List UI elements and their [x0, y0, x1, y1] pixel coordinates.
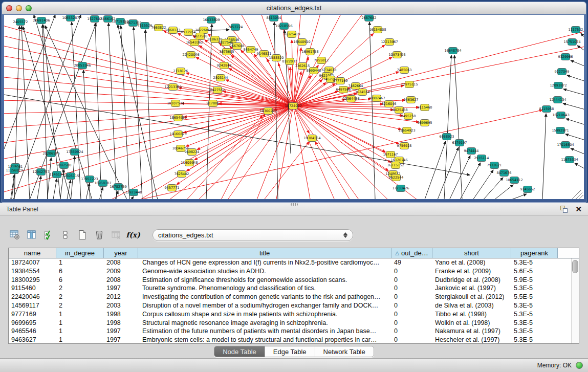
network-node[interactable]: 9699695 — [418, 120, 432, 126]
network-node[interactable]: 9329966 — [558, 54, 573, 60]
network-node[interactable]: 2803144 — [213, 75, 228, 81]
table-row[interactable]: 1872400712008Changes of HCN gene express… — [9, 258, 579, 267]
network-window-titlebar[interactable]: citations_edges.txt — [2, 2, 586, 14]
split-divider-grip[interactable] — [291, 203, 298, 206]
network-node[interactable]: 16210643 — [552, 112, 569, 119]
network-node[interactable]: 7955812 — [314, 57, 329, 64]
network-node[interactable]: 17016504 — [557, 142, 574, 148]
network-canvas[interactable]: 1872400798601238912954182260589827508165… — [4, 15, 584, 199]
network-node[interactable]: 16325419 — [283, 31, 300, 38]
network-node[interactable]: 17733426 — [392, 185, 409, 192]
network-node[interactable]: 1527602 — [88, 16, 102, 23]
network-node[interactable]: 1117532 — [569, 27, 583, 33]
network-node[interactable]: 7857224 — [228, 24, 243, 31]
network-node[interactable]: 7625402 — [175, 171, 189, 178]
network-node[interactable]: 16958107 — [94, 180, 111, 187]
network-node[interactable]: 19218596 — [275, 23, 292, 30]
resize-corner-icon[interactable] — [572, 190, 583, 199]
table-row[interactable]: 969969511998Structural magnetic resonanc… — [9, 319, 579, 327]
column-header-year[interactable]: year — [104, 248, 138, 258]
network-node[interactable]: 20206576 — [42, 150, 59, 157]
network-node[interactable]: 8813054 — [267, 15, 281, 21]
table-row[interactable]: 1456911722003Disruption of a novel membe… — [9, 301, 579, 310]
column-header-in_degree[interactable]: in_degree — [56, 248, 104, 258]
network-node[interactable]: 10653287 — [62, 15, 79, 21]
column-header-out_degree[interactable]: △out_de… — [391, 248, 432, 258]
minimize-window-icon[interactable] — [16, 5, 22, 11]
network-node[interactable]: 16782759 — [110, 184, 126, 190]
network-node[interactable]: 17359924 — [66, 149, 83, 156]
network-node[interactable]: 10973493 — [388, 52, 405, 58]
network-node[interactable]: 19166825 — [169, 131, 186, 138]
column-visibility-button[interactable] — [25, 228, 38, 242]
network-node[interactable]: 9227349 — [555, 69, 570, 75]
network-node[interactable]: 12213369 — [164, 84, 181, 91]
close-window-icon[interactable] — [6, 5, 12, 11]
table-scrollbar[interactable] — [571, 258, 579, 343]
network-node[interactable]: 9097588 — [57, 162, 72, 169]
table-options-button[interactable] — [8, 228, 21, 242]
network-node[interactable]: 3624554 — [355, 89, 370, 96]
network-node[interactable]: 10025438 — [390, 107, 407, 114]
network-node[interactable]: 12975115 — [401, 81, 418, 88]
network-node[interactable]: 8454749 — [244, 47, 258, 53]
network-node[interactable]: 2935114 — [474, 155, 489, 162]
table-selector[interactable]: citations_edges.txt — [153, 229, 353, 241]
tab-edge-table[interactable]: Edge Table — [265, 346, 315, 357]
network-node[interactable]: 6495758 — [401, 113, 416, 120]
zoom-window-icon[interactable] — [26, 5, 32, 11]
network-node[interactable]: 16115152 — [387, 162, 404, 169]
network-node[interactable]: 9245652 — [520, 186, 535, 193]
table-row[interactable]: 1830029562008Estimation of significance … — [9, 276, 579, 285]
network-node[interactable]: 11156829 — [6, 167, 23, 174]
network-node[interactable]: 12213967 — [381, 39, 398, 46]
column-header-title[interactable]: title — [138, 248, 391, 258]
network-node[interactable]: 12444134 — [549, 97, 566, 103]
network-node[interactable]: 20691406 — [33, 17, 50, 24]
column-header-name[interactable]: name — [9, 248, 56, 258]
network-node[interactable]: 15992971 — [552, 127, 569, 134]
table-row[interactable]: 911546021997Tourette syndrome. Phenomeno… — [9, 284, 579, 293]
delete-rows-button[interactable] — [93, 228, 106, 242]
network-node[interactable]: 16648784 — [444, 48, 461, 54]
column-header-pagerank[interactable]: pagerank — [511, 248, 558, 258]
network-node[interactable]: 9474444 — [464, 148, 479, 155]
network-node[interactable]: 6379197 — [452, 140, 467, 146]
column-header-short[interactable]: short — [432, 248, 511, 258]
network-node[interactable]: 18107534 — [167, 100, 184, 107]
network-node[interactable]: 2405572 — [13, 19, 28, 26]
network-node[interactable]: 10654112 — [506, 177, 522, 184]
network-node[interactable]: 16154808 — [369, 27, 386, 33]
network-node[interactable]: 7485063 — [397, 67, 412, 74]
new-table-button[interactable] — [76, 228, 89, 242]
table-row[interactable]: 2242004622012Investigating the contribut… — [9, 293, 579, 301]
network-node[interactable]: 12923448 — [125, 189, 142, 196]
network-node[interactable]: 7515526 — [138, 23, 153, 29]
network-node[interactable]: 12093872 — [550, 82, 567, 89]
float-panel-icon[interactable] — [560, 205, 568, 213]
tab-node-table[interactable]: Node Table — [214, 346, 265, 357]
table-row[interactable]: 946554611997Estimation of the future num… — [9, 327, 579, 336]
network-node[interactable]: 16640910 — [293, 39, 310, 46]
network-node[interactable]: 6216046 — [382, 101, 397, 107]
network-node[interactable]: 8427552 — [210, 87, 225, 94]
network-node[interactable]: 22420046 — [182, 52, 199, 58]
network-node[interactable]: 18654923 — [398, 127, 415, 134]
network-node[interactable]: 8990448 — [307, 68, 321, 74]
network-node[interactable]: 18226058 — [195, 27, 212, 34]
table-row[interactable]: 977716911998Corpus callosum shape and si… — [9, 310, 579, 319]
network-node[interactable]: 1588520 — [269, 55, 284, 61]
network-node[interactable]: 9115460 — [418, 104, 432, 111]
network-node[interactable]: 8115958 — [539, 106, 554, 113]
network-node[interactable]: 15751074 — [563, 39, 580, 46]
network-node[interactable]: 10807467 — [368, 95, 385, 102]
network-node[interactable]: 9777169 — [333, 78, 348, 84]
network-node[interactable]: 9242848 — [217, 62, 232, 69]
close-panel-icon[interactable]: ✕ — [575, 205, 582, 213]
network-node[interactable]: 8471676 — [497, 170, 512, 177]
row-options-button[interactable] — [59, 228, 72, 242]
network-node[interactable]: 19384554 — [303, 135, 320, 142]
network-node[interactable]: 7663822 — [151, 25, 166, 31]
network-node[interactable]: 20053346 — [74, 62, 91, 69]
function-builder-button[interactable]: f(x) — [126, 228, 140, 242]
